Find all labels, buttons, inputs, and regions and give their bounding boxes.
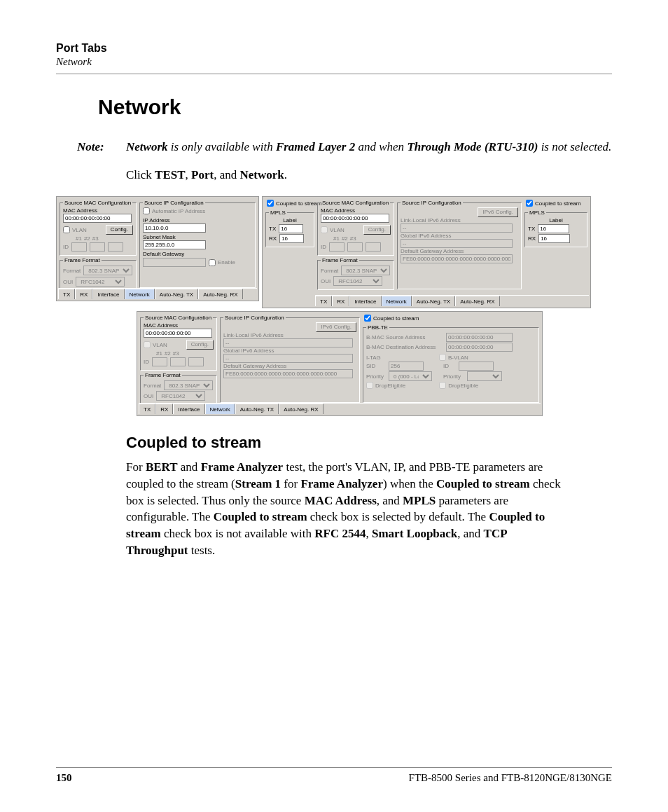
group-mpls: MPLS Label TX RX: [265, 209, 314, 247]
screenshots: Source MAC Configuration MAC Address VLA…: [56, 196, 612, 416]
gw-enable-check[interactable]: [209, 259, 216, 266]
page-number: 150: [56, 772, 72, 784]
panel-pbbte: Source MAC Configuration MAC Address VLA…: [137, 311, 543, 416]
vlan-config-button[interactable]: Config.: [106, 225, 133, 235]
click-instruction: Click TEST, Port, and Network.: [126, 168, 612, 182]
group-frame-format-b: Frame Format Format802.3 SNAP OUIRFC1042: [317, 257, 394, 290]
tab-bar-b: TX RX Interface Network Auto-Neg. TX Aut…: [315, 295, 589, 306]
coupled-check-b[interactable]: [526, 200, 533, 207]
group-frame-format: Frame Format Format802.3 SNAP OUIRFC1042: [60, 257, 137, 291]
mac-input-b[interactable]: [321, 214, 389, 223]
coupled-check-c[interactable]: [364, 315, 371, 322]
vlan-id-1: [71, 242, 87, 252]
tab-tx[interactable]: TX: [58, 289, 75, 299]
group-src-ip: Source IP Configuration Automatic IP Add…: [139, 200, 256, 288]
tab-interface[interactable]: Interface: [92, 289, 124, 299]
note-label: Note:: [77, 140, 126, 154]
mask-input[interactable]: [143, 240, 206, 249]
page-header: Port Tabs Network: [56, 42, 612, 68]
group-src-mac-b: Source MAC Configuration MAC Address VLA…: [317, 200, 394, 256]
oui-select: RFC1042: [76, 277, 125, 287]
tab-bar: TX RX Interface Network Auto-Neg. TX Aut…: [58, 288, 257, 299]
coupled-check[interactable]: [267, 200, 274, 207]
ip-input[interactable]: [143, 223, 206, 233]
vlan-check-b: [321, 226, 328, 233]
vlan-id-3: [108, 242, 123, 252]
header-title: Port Tabs: [56, 42, 612, 55]
note-body: Network is only available with Framed La…: [126, 140, 611, 154]
note: Note: Network is only available with Fra…: [77, 140, 612, 154]
coupled-paragraph: For BERT and Frame Analyzer test, the po…: [126, 459, 570, 559]
group-src-mac-c: Source MAC Configuration MAC Address VLA…: [140, 315, 217, 371]
group-src-mac: Source MAC Configuration MAC Address VLA…: [60, 200, 137, 256]
page-title: Network: [98, 95, 612, 119]
tab-bar-c: TX RX Interface Network Auto-Neg. TX Aut…: [139, 403, 541, 414]
header-subtitle: Network: [56, 56, 612, 68]
tab-network[interactable]: Network: [125, 289, 155, 299]
ipv6-config-button: IPv6 Config.: [478, 207, 518, 217]
group-pbbte: PBB-TE B-MAC Source Address B-MAC Destin…: [363, 324, 539, 403]
tab-autoneg-rx[interactable]: Auto-Neg. RX: [198, 289, 242, 299]
gw-input: [143, 258, 206, 267]
mpls-rx-input[interactable]: [279, 234, 304, 243]
group-src-ipv6-c: Source IP Configuration IPv6 Config. Lin…: [220, 315, 360, 403]
mac-input[interactable]: [63, 214, 132, 223]
vlan-check[interactable]: [63, 226, 70, 233]
product-line: FTB-8500 Series and FTB-8120NGE/8130NGE: [409, 772, 612, 784]
panel-ipv6-coupled: Coupled to stream MPLS Label TX RX Sourc…: [262, 196, 591, 308]
auto-ip-check[interactable]: [143, 207, 150, 214]
tab-rx[interactable]: RX: [75, 289, 92, 299]
page-footer: 150 FTB-8500 Series and FTB-8120NGE/8130…: [56, 767, 612, 784]
mpls-tx-input[interactable]: [279, 224, 303, 233]
section-coupled: Coupled to stream: [126, 434, 612, 452]
vlan-config-button-b: Config.: [363, 225, 391, 235]
vlan-id-2: [90, 242, 105, 252]
group-src-ipv6: Source IP Configuration IPv6 Config. Lin…: [397, 200, 522, 289]
format-select: 802.3 SNAP: [83, 266, 132, 275]
panel-ipv4-left: Source MAC Configuration MAC Address VLA…: [56, 196, 259, 301]
group-mpls-b: MPLS Label TX RX: [524, 209, 587, 247]
header-rule: [56, 74, 612, 74]
tab-autoneg-tx[interactable]: Auto-Neg. TX: [155, 289, 198, 299]
